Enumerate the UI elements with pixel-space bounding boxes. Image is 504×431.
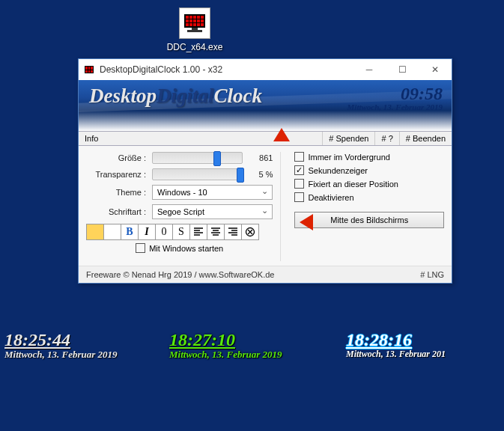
exe-icon [179,7,210,39]
size-value: 861 [247,153,273,162]
desktop-exe-icon[interactable]: DDC_x64.exe [165,7,225,52]
size-label: Größe : [86,153,146,162]
window-title: DesktopDigitalClock 1.00 - x32 [100,64,353,75]
maximize-button[interactable]: ☐ [386,59,419,80]
exe-label: DDC_x64.exe [165,42,225,52]
app-icon [83,64,95,76]
align-center-icon[interactable] [207,224,225,240]
seconds-checkbox[interactable]: Sekundenzeiger [294,165,444,175]
color-swatch-primary[interactable] [86,224,104,240]
center-screen-button[interactable]: Mitte des Bildschirms [294,212,444,228]
style-toolbar: B I 0 S [86,224,273,240]
help-link[interactable]: # ? [374,132,398,145]
banner-clock: 09:58 Mittwoch, 13. Februar 2019 [347,85,443,111]
theme-label: Theme : [86,188,146,197]
size-slider[interactable] [152,152,243,164]
close-button[interactable]: ✕ [419,59,452,80]
toolbar: Info # Spenden # ? # Beenden [79,131,452,146]
font-select[interactable]: Segoe Script [152,204,273,219]
deactivate-checkbox[interactable]: Deaktivieren [294,192,444,202]
language-link[interactable]: # LNG [420,270,444,279]
color-swatch-secondary[interactable] [103,224,121,240]
footer: Freeware © Nenad Hrg 2019 / www.Software… [79,266,452,283]
transparency-value: 5 % [247,170,273,179]
banner: DesktopDigitalClock 09:58 Mittwoch, 13. … [79,80,452,131]
zero-button[interactable]: 0 [155,224,173,240]
app-window: DesktopDigitalClock 1.00 - x32 ─ ☐ ✕ Des… [78,58,452,284]
start-with-windows-checkbox[interactable]: Mit Windows starten [136,243,223,253]
align-left-icon[interactable] [189,224,207,240]
minimize-button[interactable]: ─ [353,59,386,80]
titlebar[interactable]: DesktopDigitalClock 1.00 - x32 ─ ☐ ✕ [79,59,452,80]
desktop-clock-3[interactable]: 18:28:16 Mittwoch, 13. Februar 201 [346,331,446,360]
theme-select[interactable]: Windows - 10 [152,185,273,200]
bold-button[interactable]: B [121,224,139,240]
desktop-clock-1[interactable]: 18:25:44 Mittwoch, 13. Februar 2019 [4,331,118,361]
exit-link[interactable]: # Beenden [399,132,452,145]
italic-button[interactable]: I [138,224,156,240]
cancel-icon[interactable] [241,224,259,240]
font-label: Schriftart : [86,207,146,216]
arrow-icon [273,128,290,141]
footer-text: Freeware © Nenad Hrg 2019 / www.Software… [86,270,274,279]
arrow-icon [300,214,313,230]
desktop-clock-2[interactable]: 18:27:10 Mittwoch, 13. Februar 2019 [169,331,282,361]
foreground-checkbox[interactable]: Immer im Vordergrund [294,152,444,162]
transparency-label: Transparenz : [86,170,146,179]
strike-button[interactable]: S [172,224,190,240]
donate-link[interactable]: # Spenden [322,132,374,145]
align-right-icon[interactable] [224,224,242,240]
brand-logo: DesktopDigitalClock [89,85,262,108]
transparency-slider[interactable] [152,168,243,180]
fixed-position-checkbox[interactable]: Fixiert an dieser Position [294,179,444,189]
